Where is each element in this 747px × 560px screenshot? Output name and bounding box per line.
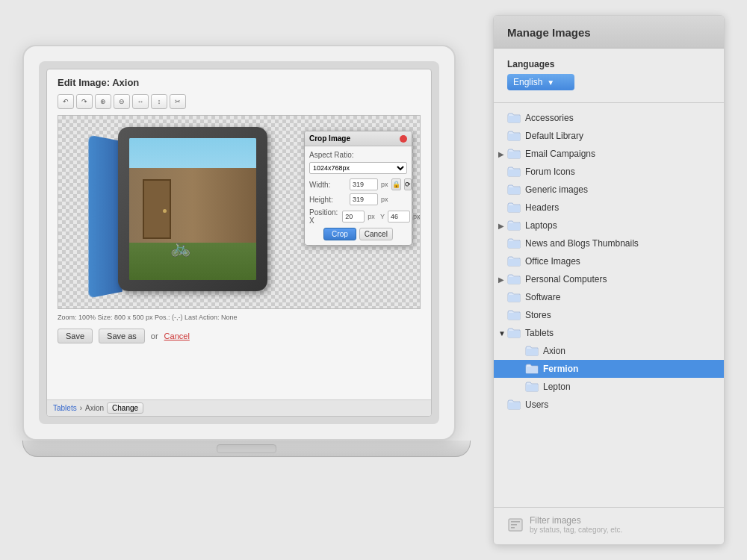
- height-row: Height: px: [309, 193, 407, 205]
- language-arrow-icon: ▼: [547, 78, 554, 87]
- tree-item-software[interactable]: Software: [494, 288, 724, 306]
- tablet-cover: [88, 135, 122, 299]
- breadcrumb-parent[interactable]: Tablets: [53, 404, 77, 412]
- folder-icon-stores: [507, 310, 521, 320]
- tablet-device: 🚲: [81, 123, 297, 295]
- filter-title[interactable]: Filter images: [530, 515, 622, 526]
- lock-icon-btn[interactable]: 🔒: [391, 178, 401, 190]
- filter-subtitle: by status, tag, category, etc.: [530, 526, 622, 534]
- breadcrumb-change-button[interactable]: Change: [107, 402, 143, 414]
- tree-item-tablets[interactable]: ▼ Tablets: [494, 324, 724, 342]
- folder-icon-tablets: [507, 328, 521, 338]
- position-label: Position: X: [309, 208, 338, 225]
- expand-arrow-tablets[interactable]: ▼: [498, 329, 506, 337]
- width-row: Width: px 🔒 ⟳: [309, 178, 407, 190]
- crop-cancel-button[interactable]: Cancel: [359, 228, 393, 240]
- item-label-email-campaigns: Email Campaigns: [525, 149, 595, 159]
- expand-arrow-laptops[interactable]: ▶: [498, 222, 504, 230]
- cancel-button[interactable]: Cancel: [164, 332, 190, 340]
- folder-icon-office-images: [507, 256, 521, 267]
- tablet-frame: 🚲: [118, 127, 267, 291]
- crop-close-btn[interactable]: [400, 135, 407, 143]
- screen-content: Edit Image: Axion ↶ ↷ ⊕ ⊖ ↔ ↕ ✂: [47, 69, 431, 416]
- languages-section-label: Languages: [494, 59, 724, 74]
- folder-icon-accessories: [507, 113, 521, 123]
- tree-item-fermion[interactable]: Fermion: [494, 360, 724, 378]
- tree-item-accessories[interactable]: Accessories: [494, 109, 724, 127]
- save-button[interactable]: Save: [58, 329, 93, 343]
- tree-item-default-library[interactable]: Default Library: [494, 127, 724, 145]
- folder-icon-forum-icons: [507, 167, 521, 177]
- position-y-label: Y: [380, 213, 385, 220]
- tree-item-users[interactable]: Users: [494, 396, 724, 414]
- position-y-unit: px: [413, 213, 421, 220]
- toolbar: ↶ ↷ ⊕ ⊖ ↔ ↕ ✂: [58, 94, 421, 109]
- laptop-wrapper: Edit Image: Axion ↶ ↷ ⊕ ⊖ ↔ ↕ ✂: [22, 45, 471, 508]
- crop-title: Crop Image: [309, 134, 350, 143]
- laptop-body: Edit Image: Axion ↶ ↷ ⊕ ⊖ ↔ ↕ ✂: [22, 45, 456, 441]
- crop-popup-header: Crop Image: [305, 131, 412, 146]
- expand-arrow-email-campaigns[interactable]: ▶: [498, 150, 504, 158]
- toolbar-flip-h[interactable]: ↔: [132, 94, 149, 109]
- do-crop-button[interactable]: Crop: [323, 228, 356, 240]
- folder-icon-software: [507, 292, 521, 302]
- save-as-button[interactable]: Save as: [99, 329, 145, 343]
- laptop-trackpad: [217, 444, 276, 453]
- laptop-base: [22, 441, 471, 457]
- language-select-button[interactable]: English ▼: [507, 74, 574, 90]
- item-label-forum-icons: Forum Icons: [525, 167, 575, 177]
- item-label-stores: Stores: [525, 310, 551, 320]
- toolbar-redo[interactable]: ↷: [76, 94, 93, 109]
- tree-item-generic-images[interactable]: Generic images: [494, 181, 724, 199]
- position-y-input[interactable]: [388, 211, 410, 223]
- position-x-input[interactable]: [342, 211, 365, 223]
- toolbar-zoom-out[interactable]: ⊖: [114, 94, 130, 109]
- tree-item-personal-computers[interactable]: ▶ Personal Computers: [494, 270, 724, 288]
- tree-item-email-campaigns[interactable]: ▶ Email Campaigns: [494, 145, 724, 163]
- tree-item-stores[interactable]: Stores: [494, 306, 724, 324]
- aspect-ratio-select-row: 1024x768px: [309, 162, 407, 174]
- toolbar-crop[interactable]: ✂: [170, 94, 186, 109]
- crop-popup-body: Aspect Ratio: 1024x768px Width:: [305, 146, 412, 245]
- tree-item-axion[interactable]: Axion: [494, 342, 724, 360]
- bottom-actions: Save Save as or Cancel: [58, 329, 421, 343]
- toolbar-flip-v[interactable]: ↕: [151, 94, 167, 109]
- item-label-news-blogs: News and Blogs Thumbnails: [525, 238, 639, 249]
- tree-item-forum-icons[interactable]: Forum Icons: [494, 163, 724, 181]
- position-px-label: px: [368, 213, 375, 220]
- breadcrumb: Tablets › Axion Change: [47, 399, 431, 416]
- width-unit: px: [381, 181, 388, 188]
- height-unit: px: [381, 196, 388, 203]
- manage-panel: Manage Images Languages English ▼ Access…: [493, 15, 725, 545]
- tree-item-office-images[interactable]: Office Images: [494, 252, 724, 270]
- item-label-office-images: Office Images: [525, 256, 580, 267]
- divider: [494, 102, 724, 103]
- manage-panel-title: Manage Images: [507, 26, 710, 39]
- folder-icon-laptops: [507, 220, 521, 231]
- expand-arrow-personal-computers[interactable]: ▶: [498, 276, 504, 284]
- ratio-icon-btn[interactable]: ⟳: [404, 178, 412, 190]
- toolbar-undo[interactable]: ↶: [58, 94, 74, 109]
- item-label-users: Users: [525, 399, 548, 410]
- aspect-ratio-select[interactable]: 1024x768px: [309, 162, 407, 174]
- folder-icon-lepton: [525, 382, 539, 392]
- lang-select-wrapper: English ▼: [494, 74, 724, 102]
- folder-icon-axion: [525, 346, 539, 356]
- editor-title: Edit Image: Axion: [58, 77, 421, 88]
- tree-item-lepton[interactable]: Lepton: [494, 378, 724, 396]
- tree-item-laptops[interactable]: ▶ Laptops: [494, 217, 724, 234]
- item-label-fermion: Fermion: [543, 364, 578, 374]
- manage-panel-body: Languages English ▼ Accessories Default …: [494, 49, 724, 503]
- svg-rect-1: [511, 521, 520, 523]
- filter-icon: [507, 517, 524, 537]
- item-label-axion: Axion: [543, 346, 565, 356]
- tree-item-news-blogs[interactable]: News and Blogs Thumbnails: [494, 234, 724, 252]
- width-input[interactable]: [350, 178, 378, 190]
- height-input[interactable]: [350, 193, 378, 205]
- toolbar-zoom-in[interactable]: ⊕: [95, 94, 111, 109]
- tree-item-headers[interactable]: Headers: [494, 199, 724, 217]
- status-bar: Zoom: 100% Size: 800 x 500 px Pos.: (-,-…: [58, 312, 421, 323]
- item-label-accessories: Accessories: [525, 113, 574, 123]
- laptop-screen: Edit Image: Axion ↶ ↷ ⊕ ⊖ ↔ ↕ ✂: [46, 69, 432, 417]
- width-label: Width:: [309, 181, 347, 189]
